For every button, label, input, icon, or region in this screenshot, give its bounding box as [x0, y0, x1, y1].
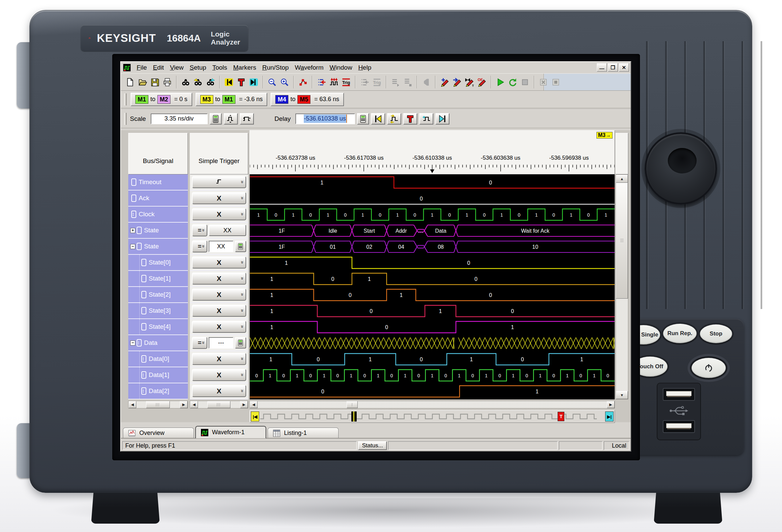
- trigger-combo[interactable]: X»: [192, 385, 246, 397]
- waveform-row-data[interactable]: [250, 335, 614, 351]
- scalebar-grip[interactable]: [124, 113, 127, 125]
- trigger-value-button[interactable]: XX: [209, 225, 246, 236]
- bus-signal-row-data[interactable]: −Data: [128, 335, 188, 351]
- stop-hw-button[interactable]: Stop: [700, 325, 732, 343]
- trigger-combo[interactable]: X»: [192, 321, 246, 333]
- bus-signal-row-state-1[interactable]: State[1]: [128, 271, 188, 287]
- waveform-row-data-2[interactable]: 01: [250, 383, 614, 400]
- trigger-combo[interactable]: X»: [192, 208, 246, 220]
- bus-signal-column-header[interactable]: Bus/Signal: [128, 133, 188, 175]
- bus-signal-row-state-0[interactable]: State[0]: [128, 255, 188, 271]
- trigger-combo[interactable]: X»: [192, 353, 246, 365]
- waveform-plot-area[interactable]: 1001010101010101010101011FIdleStartAddr……: [249, 175, 615, 400]
- pan-right-edge-button[interactable]: [419, 113, 433, 124]
- collapse-icon[interactable]: −: [130, 341, 135, 345]
- waveform-row-data-0[interactable]: 1010101: [250, 351, 614, 367]
- trigger-combo[interactable]: »: [192, 176, 246, 188]
- pan-left-edge-button[interactable]: [387, 113, 401, 124]
- tab-waveform-1[interactable]: Waveform-1: [195, 426, 266, 438]
- bus-signal-row-state[interactable]: −State: [128, 239, 188, 255]
- measure-tool-button[interactable]: [297, 76, 309, 88]
- tab-overview[interactable]: Overview: [123, 427, 194, 438]
- nav-go-end-button[interactable]: ▶|: [605, 412, 613, 421]
- trigger-operator-combo[interactable]: =»: [192, 337, 207, 349]
- run-repetitive-sw-button[interactable]: [506, 76, 519, 88]
- waveform-row-state-1[interactable]: 1010: [250, 271, 614, 287]
- overview-waveform[interactable]: T: [260, 411, 604, 422]
- scale-calculator-button[interactable]: [210, 113, 222, 124]
- waveform-row-state[interactable]: 1FIdleStartAddr…DataWait for Ack: [250, 223, 614, 239]
- hscroll-thumb[interactable]: [207, 401, 230, 408]
- bus-signal-row-ack[interactable]: Ack: [128, 190, 188, 206]
- trigger-operator-combo[interactable]: =»: [192, 224, 207, 236]
- waveform-row-data-1[interactable]: 010101010101010101010101010: [250, 367, 614, 383]
- menu-run-stop[interactable]: Run/Stop: [259, 63, 292, 72]
- waveform-row-state-4[interactable]: 101: [250, 319, 614, 335]
- trigger-combo[interactable]: X»: [192, 289, 246, 301]
- delay-input[interactable]: -536.610338 us: [295, 114, 355, 124]
- collapse-icon[interactable]: −: [130, 244, 135, 249]
- bus-signal-row-data-0[interactable]: Data[0]: [128, 351, 188, 367]
- menu-markers[interactable]: Markers: [230, 63, 259, 72]
- bus-signal-row-state-2[interactable]: State[2]: [128, 287, 188, 303]
- menu-tools[interactable]: Tools: [209, 63, 230, 72]
- marker-flag-m3[interactable]: M3→: [597, 132, 612, 139]
- go-to-end-button[interactable]: [435, 113, 450, 124]
- trigger-position-button[interactable]: [327, 76, 340, 88]
- delay-calculator-button[interactable]: [357, 113, 369, 124]
- waveform-hscrollbar[interactable]: ◀ ▶: [249, 401, 615, 409]
- waveform-row-ack[interactable]: 0: [250, 190, 614, 206]
- calculator-button[interactable]: [235, 241, 246, 252]
- trigger-combo[interactable]: X»: [192, 257, 246, 268]
- zoom-out-button[interactable]: [266, 76, 278, 88]
- tab-listing-1[interactable]: Listing-1: [268, 427, 339, 438]
- waveform-row-state-3[interactable]: 1010: [250, 303, 614, 319]
- setup-list-button[interactable]: [315, 76, 327, 88]
- bus-signal-row-data-2[interactable]: Data[2]: [128, 383, 188, 400]
- go-to-end-button[interactable]: [248, 76, 260, 88]
- simple-trigger-hscrollbar[interactable]: ◀ ▶: [190, 401, 248, 409]
- marker-overflow-button[interactable]: OF: [475, 76, 488, 88]
- go-to-start-button[interactable]: [223, 76, 235, 88]
- expand-icon[interactable]: +: [130, 228, 135, 233]
- marker-pair-m1-m2[interactable]: M1toM2 = 0 s: [131, 93, 192, 106]
- status-button[interactable]: Status...: [358, 441, 387, 450]
- close-button[interactable]: ✕: [619, 63, 629, 72]
- run-repetitive-button[interactable]: Run Rep.: [663, 324, 697, 343]
- waveform-row-clock[interactable]: 101010101010101010101: [250, 206, 614, 223]
- toolbar-grip[interactable]: [124, 93, 127, 106]
- vertical-scroll-thumb[interactable]: [616, 183, 628, 299]
- trigger-settings-button[interactable]: Trig: [340, 76, 352, 88]
- menu-waveform[interactable]: Waveform: [292, 63, 326, 72]
- marker-pair-m4-m5[interactable]: M4toM5 = 63.6 ns: [271, 93, 344, 106]
- open-file-button[interactable]: [136, 76, 149, 88]
- trigger-combo[interactable]: X»: [192, 192, 246, 204]
- trigger-value-input[interactable]: XX: [209, 241, 234, 252]
- find-button[interactable]: [179, 76, 192, 88]
- waveform-hscroll-thumb[interactable]: [347, 401, 358, 408]
- menu-edit[interactable]: Edit: [150, 63, 167, 72]
- overview-position-cursor[interactable]: [351, 412, 357, 421]
- trigger-combo[interactable]: X»: [192, 369, 246, 381]
- waveform-row-state-2[interactable]: 1010: [250, 287, 614, 303]
- marker-add-button[interactable]: [438, 76, 451, 88]
- minimize-button[interactable]: —: [597, 63, 607, 72]
- trigger-value-input[interactable]: ---: [209, 337, 234, 348]
- restore-button[interactable]: ❐: [608, 63, 618, 72]
- waveform-row-state[interactable]: 1F0102040810: [250, 239, 614, 255]
- trigger-combo[interactable]: X»: [192, 305, 246, 317]
- power-button[interactable]: [691, 358, 726, 378]
- marker-span-button[interactable]: T: [463, 76, 475, 88]
- scale-input[interactable]: 3.35 ns/div: [151, 114, 208, 124]
- scroll-down-arrow[interactable]: ▼: [616, 391, 628, 399]
- simple-trigger-column-header[interactable]: Simple Trigger: [190, 133, 248, 175]
- print-button[interactable]: [161, 76, 174, 88]
- menu-view[interactable]: View: [167, 63, 186, 72]
- calculator-button[interactable]: [235, 337, 246, 348]
- bus-signal-row-timeout[interactable]: Timeout: [128, 175, 188, 190]
- find-previous-button[interactable]: [192, 76, 204, 88]
- usb-port-1[interactable]: [663, 388, 695, 401]
- usb-port-2[interactable]: [663, 420, 695, 433]
- run-button[interactable]: [494, 76, 506, 88]
- hscroll-thumb[interactable]: [146, 401, 170, 408]
